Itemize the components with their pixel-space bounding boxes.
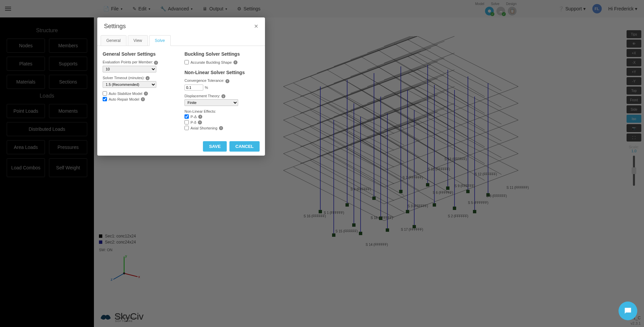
modal-footer: SAVE CANCEL <box>97 137 265 156</box>
general-solver-heading: General Solver Settings <box>103 51 178 57</box>
info-icon[interactable]: i <box>144 92 148 96</box>
close-button[interactable]: ✕ <box>254 23 258 30</box>
info-icon[interactable]: i <box>198 115 202 119</box>
info-icon[interactable]: i <box>221 94 225 98</box>
info-icon[interactable]: i <box>154 61 158 65</box>
p-delta-low-row: P-δ i <box>184 120 260 124</box>
tab-solve[interactable]: Solve <box>149 35 171 46</box>
buckling-heading: Buckling Solver Settings <box>184 51 260 57</box>
accurate-buckling-row: Accurate Buckling Shape i <box>184 60 260 64</box>
modal-header: Settings ✕ <box>97 17 265 35</box>
cancel-button[interactable]: CANCEL <box>229 141 260 152</box>
modal-col-left: General Solver Settings Evaluation Point… <box>103 51 178 131</box>
p-delta-cap-row: P-Δ i <box>184 114 260 119</box>
info-icon[interactable]: i <box>225 79 229 83</box>
modal-body: General Solver Settings Evaluation Point… <box>97 46 265 137</box>
info-icon[interactable]: i <box>146 76 150 80</box>
p-delta-low-checkbox[interactable] <box>184 120 189 124</box>
tab-view[interactable]: View <box>128 35 148 46</box>
auto-repair-checkbox[interactable] <box>103 97 107 101</box>
modal-backdrop[interactable] <box>0 0 644 327</box>
auto-stabilize-row: Auto Stabilize Model i <box>103 91 178 96</box>
auto-stabilize-checkbox[interactable] <box>103 91 107 96</box>
displacement-select[interactable]: Finite <box>184 99 238 106</box>
save-button[interactable]: SAVE <box>203 141 226 152</box>
timeout-label: Solver Timeout (minutes): i <box>103 76 178 80</box>
settings-modal: Settings ✕ General View Solve General So… <box>97 17 265 156</box>
displacement-label: Displacement Theory: i <box>184 94 260 99</box>
auto-repair-row: Auto Repair Model i <box>103 97 178 101</box>
axial-row: Axial Shortening i <box>184 126 260 130</box>
effects-label: Non-Linear Effects: <box>184 109 260 113</box>
convergence-input[interactable] <box>184 85 203 91</box>
timeout-select[interactable]: 1.5 (Recommended) <box>103 81 156 88</box>
modal-tabs: General View Solve <box>97 35 265 46</box>
info-icon[interactable]: i <box>141 97 145 101</box>
info-icon[interactable]: i <box>198 120 202 124</box>
p-delta-cap-checkbox[interactable] <box>184 114 189 119</box>
modal-title: Settings <box>104 23 126 30</box>
nonlinear-heading: Non-Linear Solver Settings <box>184 70 260 75</box>
chat-button[interactable] <box>619 302 637 320</box>
eval-points-select[interactable]: 10 <box>103 66 156 72</box>
eval-points-label: Evaluation Points per Member: i <box>103 60 178 65</box>
convergence-label: Convergence Tolerance: i <box>184 78 260 83</box>
accurate-buckling-checkbox[interactable] <box>184 60 189 64</box>
tab-general[interactable]: General <box>101 35 126 46</box>
axial-checkbox[interactable] <box>184 126 189 130</box>
info-icon[interactable]: i <box>233 60 237 64</box>
info-icon[interactable]: i <box>219 126 223 130</box>
chat-icon <box>623 306 633 316</box>
modal-col-right: Buckling Solver Settings Accurate Buckli… <box>184 51 260 131</box>
